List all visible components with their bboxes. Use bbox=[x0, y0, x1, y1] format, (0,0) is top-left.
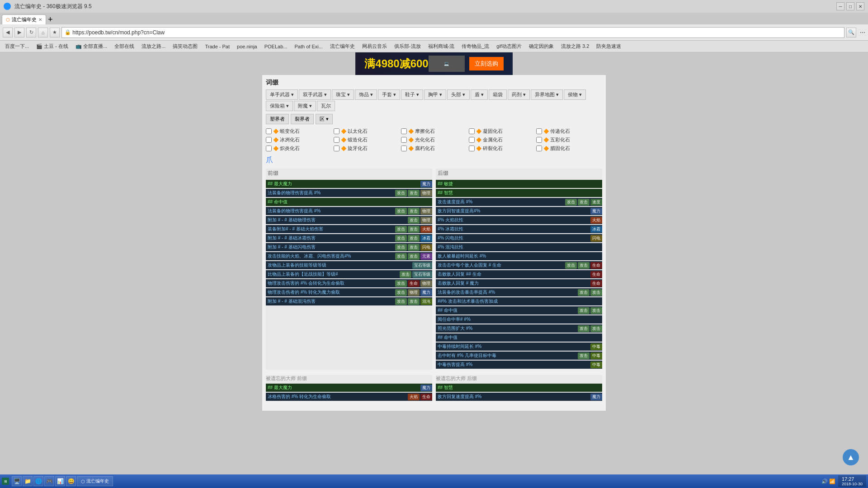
prefix-item: 物理攻击伤者的 #% 转化为魔力偷取 攻击 物理 魔力 bbox=[266, 288, 432, 296]
menu-boots[interactable]: 鞋子 ▾ bbox=[401, 89, 423, 100]
bookmark-gif2[interactable]: gif动态图片 bbox=[493, 42, 525, 51]
menu-jewel[interactable]: 珠宝 ▾ bbox=[332, 89, 354, 100]
prefix-title: 前缀 bbox=[266, 169, 432, 178]
bookmark-quanbu[interactable]: 📺 全部直播... bbox=[72, 42, 110, 51]
menu-chest2[interactable]: 保险箱 ▾ bbox=[266, 101, 293, 111]
master-suffix-item: ## 智慧 bbox=[436, 384, 602, 392]
bookmark-btn[interactable]: ★ bbox=[50, 28, 60, 38]
menu-single-weapon[interactable]: 单手武器 ▾ bbox=[266, 89, 298, 100]
section-title: 词缀 bbox=[266, 79, 602, 87]
fossil-metal[interactable]: 🔶 金属化石 bbox=[469, 136, 535, 143]
new-tab-btn[interactable]: + bbox=[48, 15, 53, 24]
window-controls: ─ □ ✕ bbox=[836, 2, 864, 10]
affix-container: 前缀 ## 最大魔力 魔力 法装备的物理伤害提高 #% 攻击 攻击 物理 ## … bbox=[266, 169, 602, 370]
bookmark-path[interactable]: Path of Exi... bbox=[291, 42, 326, 51]
bookmark-queding[interactable]: 确定因的象 bbox=[526, 42, 557, 51]
zone-btn[interactable]: 区 ▾ bbox=[316, 114, 333, 124]
bookmark-lf32[interactable]: 流放之路 3.2 bbox=[558, 42, 592, 51]
close-btn[interactable]: ✕ bbox=[856, 2, 864, 10]
page-content: 满4980减600 💻 立刻选购 词缀 单手武器 ▾ 双手武器 ▾ 珠宝 ▾ 饰… bbox=[0, 52, 868, 411]
fossil-decay[interactable]: 🔶 腐朽化石 bbox=[401, 145, 467, 152]
bookmark-fuli[interactable]: 福利商城-流 bbox=[425, 42, 458, 51]
window-title: 流亡编年史 - 360极速浏览器 9.5 bbox=[14, 3, 92, 10]
forward-btn[interactable]: ▶ bbox=[14, 28, 24, 38]
title-bar: 流亡编年史 - 360极速浏览器 9.5 ─ □ ✕ bbox=[0, 0, 868, 13]
fossil-solid[interactable]: 🔶 凝固化石 bbox=[469, 128, 535, 135]
nav-bar: ◀ ▶ ↻ ⌂ ★ 🔒 https://poedb.tw/cn/mod.php?… bbox=[0, 24, 868, 41]
bookmark-liuwang[interactable]: 流亡编年史 bbox=[327, 42, 358, 51]
suffix-item: 击败敌人回复 # 魔力 生命 bbox=[436, 279, 602, 287]
menu-chest[interactable]: 胸甲 ▾ bbox=[424, 89, 446, 100]
fossil-cold[interactable]: 🔶 冰冽化石 bbox=[266, 136, 332, 143]
fossil-fang[interactable]: 🔶 旋牙化石 bbox=[334, 145, 400, 152]
menu-map[interactable]: 异界地图 ▾ bbox=[531, 89, 563, 100]
fossil-shatter[interactable]: 🔶 碎裂化石 bbox=[469, 145, 535, 152]
suffix-item: ## 命中值 攻击 攻击 bbox=[436, 306, 602, 314]
bookmark-wyy[interactable]: 网易云音乐 bbox=[359, 42, 390, 51]
fossil-flame[interactable]: 🔶 炽炎化石 bbox=[266, 145, 332, 152]
tab-bar: ⬡ 流亡编年史 ✕ + bbox=[0, 13, 868, 24]
tab-active[interactable]: ⬡ 流亡编年史 ✕ bbox=[2, 14, 46, 24]
minimize-btn[interactable]: ─ bbox=[836, 2, 844, 10]
bookmark-chuanqi[interactable]: 传奇物品_流 bbox=[458, 42, 492, 51]
claw-header: 爪 bbox=[266, 155, 602, 165]
back-btn[interactable]: ◀ bbox=[3, 28, 13, 38]
menu-row2: 塑界者 裂界者 区 ▾ bbox=[266, 114, 602, 124]
prefix-item: 物理攻击伤害的 #% 会转化为生命偷取 攻击 生命 物理 bbox=[266, 279, 432, 287]
search-btn[interactable]: 🔍 bbox=[846, 28, 856, 38]
address-bar[interactable]: 🔒 https://poedb.tw/cn/mod.php?cn=Claw bbox=[61, 27, 844, 38]
fossil-forge[interactable]: 🔶 锻造化石 bbox=[334, 136, 400, 143]
elder-btn[interactable]: 裂界者 bbox=[291, 114, 314, 124]
fossil-checkboxes: 🔶 蜕变化石 🔶 冰冽化石 🔶 炽炎化石 🔶 以太化石 🔶 锻造化石 bbox=[266, 128, 602, 152]
suffix-item: 照光范围扩大 #% 攻击 攻击 bbox=[436, 324, 602, 333]
banner-text: 满4980减600 bbox=[364, 56, 428, 71]
menu-flask[interactable]: 箱袋 bbox=[489, 89, 507, 100]
prefix-item: 攻击技能的火焰、冰霜、闪电伤害提高#% 攻击 攻击 元素 bbox=[266, 252, 432, 260]
restore-btn[interactable]: □ bbox=[846, 2, 854, 10]
fossil-metamorphic[interactable]: 🔶 蜕变化石 bbox=[266, 128, 332, 135]
fossil-col-1: 🔶 蜕变化石 🔶 冰冽化石 🔶 炽炎化石 bbox=[266, 128, 332, 152]
menu-vaal[interactable]: 瓦尔 bbox=[317, 101, 335, 111]
extensions-area: ⋯ bbox=[860, 29, 865, 36]
tab-close-btn[interactable]: ✕ bbox=[38, 17, 42, 22]
suffix-column: 后缀 ## 敏捷 ## 智慧 攻击速度提高 #% 攻击 攻击 速度 敌方回智速度… bbox=[436, 169, 602, 370]
menu-double-weapon[interactable]: 双手武器 ▾ bbox=[299, 89, 331, 100]
suffix-item: 法装备的攻击暴击率提高 #% 攻击 攻击 bbox=[436, 288, 602, 296]
prefix-item: ## 最大魔力 魔力 bbox=[266, 180, 432, 188]
bookmark-trade[interactable]: Trade - Pat bbox=[202, 42, 233, 51]
suffix-item: 中毒持续时间延长 #% 中毒 bbox=[436, 343, 602, 351]
bookmark-baidu[interactable]: 百度一下... bbox=[2, 42, 32, 51]
master-prefix-title: 被遗忘的大师 前缀 bbox=[266, 375, 432, 382]
menu-gloves[interactable]: 手套 ▾ bbox=[378, 89, 400, 100]
menu-monster[interactable]: 侯物 ▾ bbox=[564, 89, 586, 100]
fossil-col-4: 🔶 凝固化石 🔶 金属化石 🔶 碎裂化石 bbox=[469, 128, 535, 152]
home-btn[interactable]: ⌂ bbox=[38, 28, 48, 38]
fossil-transfer[interactable]: 🔶 传递化石 bbox=[536, 128, 602, 135]
bookmark-tudou[interactable]: 🎬 土豆 - 在线 bbox=[33, 42, 71, 51]
master-suffix-column: 被遗忘的大师 后缀 ## 智慧 敌方回复速度提高 #% 魔力 bbox=[436, 375, 602, 402]
fossil-wax[interactable]: 🔶 腊固化石 bbox=[536, 145, 602, 152]
prefix-item: 攻物品上装备的技能等级等级 宝石等级 bbox=[266, 261, 432, 269]
bookmark-club[interactable]: 俱乐部-流放 bbox=[391, 42, 424, 51]
bookmark-poelab[interactable]: POELab... bbox=[261, 42, 291, 51]
menu-helmet[interactable]: 头部 ▾ bbox=[447, 89, 469, 100]
menu-enchant[interactable]: 附魔 ▾ bbox=[294, 101, 316, 111]
fossil-light[interactable]: 🔶 光化化石 bbox=[401, 136, 467, 143]
fossil-prismatic[interactable]: 🔶 五彩化石 bbox=[536, 136, 602, 143]
suffix-item: 中毒伤害提高 #% 中毒 bbox=[436, 361, 602, 369]
refresh-btn[interactable]: ↻ bbox=[26, 28, 36, 38]
bookmark-poe-ninja[interactable]: poe.ninja bbox=[234, 42, 260, 51]
menu-shield[interactable]: 盾 ▾ bbox=[471, 89, 488, 100]
menu-potion[interactable]: 药剂 ▾ bbox=[508, 89, 530, 100]
fossil-friction[interactable]: 🔶 摩擦化石 bbox=[401, 128, 467, 135]
menu-accessory[interactable]: 饰品 ▾ bbox=[355, 89, 377, 100]
bookmark-fangj[interactable]: 防夹急速迷 bbox=[593, 42, 624, 51]
shaper-btn[interactable]: 塑界者 bbox=[266, 114, 289, 124]
suffix-item: #% 混沌抗性 bbox=[436, 243, 602, 251]
bookmark-poe[interactable]: 流放之路... bbox=[138, 42, 169, 51]
master-suffix-item: 敌方回复速度提高 #% 魔力 bbox=[436, 393, 602, 401]
banner-buy-btn[interactable]: 立刻选购 bbox=[469, 57, 504, 70]
bookmark-gif[interactable]: 搞笑动态图 bbox=[170, 42, 201, 51]
fossil-ether[interactable]: 🔶 以太化石 bbox=[334, 128, 400, 135]
bookmark-online[interactable]: 全部在线 bbox=[111, 42, 137, 51]
